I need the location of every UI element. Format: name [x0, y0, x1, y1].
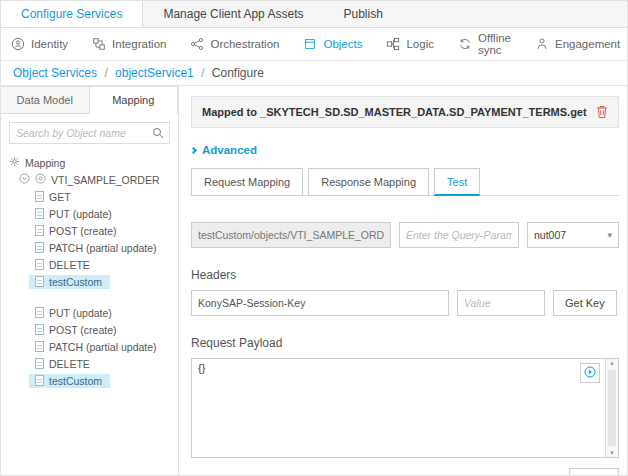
payload-text[interactable]: {}: [192, 359, 604, 457]
breadcrumb-object-service1[interactable]: objectService1: [115, 66, 194, 80]
test-url-row: nut007: [191, 222, 619, 248]
objects-square-icon: [303, 37, 317, 51]
tab-publish[interactable]: Publish: [323, 1, 402, 27]
tab-data-model[interactable]: Data Model: [1, 86, 90, 114]
search-icon: [152, 127, 164, 142]
nav-item-label: Integration: [112, 38, 166, 50]
document-icon: [35, 259, 44, 270]
tree-item-label: testCustom: [49, 375, 102, 387]
tree-spacer: [1, 290, 178, 304]
collapse-circle-icon: [19, 173, 30, 186]
tab-configure-services[interactable]: Configure Services: [1, 1, 143, 27]
tree-item-patch-partial-update[interactable]: PATCH (partial update): [1, 239, 178, 256]
tree-item-testcustom[interactable]: testCustom: [1, 372, 178, 389]
trash-icon: [596, 107, 608, 122]
tab-request-mapping[interactable]: Request Mapping: [191, 168, 303, 196]
document-icon: [35, 375, 44, 386]
nav-item-identity[interactable]: Identity: [11, 37, 68, 51]
nav-item-label: Logic: [406, 38, 434, 50]
tree-item-post-create[interactable]: POST (create): [1, 222, 178, 239]
nav-item-logic[interactable]: Logic: [386, 37, 434, 51]
scrollbar-thumb[interactable]: [608, 370, 616, 446]
tab-response-mapping[interactable]: Response Mapping: [308, 168, 429, 196]
query-params-field[interactable]: [399, 222, 519, 248]
header-key-value-row: Get Key: [191, 290, 619, 316]
nav-item-engagement[interactable]: Engagement: [535, 37, 620, 51]
tree-item-delete[interactable]: DELETE: [1, 256, 178, 273]
tree-item-label: PATCH (partial update): [49, 242, 157, 254]
document-icon: [35, 358, 44, 369]
tree-item-label: PUT (update): [49, 307, 112, 319]
get-key-button[interactable]: Get Key: [553, 290, 617, 316]
nav-item-offline-sync[interactable]: Offline sync: [458, 32, 511, 56]
tree-item-put-update[interactable]: PUT (update): [1, 205, 178, 222]
tree-root-mapping[interactable]: Mapping: [1, 154, 178, 171]
tree-group-2: PUT (update) POST (create) PATCH (partia…: [1, 304, 178, 389]
tab-test[interactable]: Test: [434, 168, 480, 196]
header-value-field[interactable]: [457, 290, 545, 316]
tree-item-label: testCustom: [49, 276, 102, 288]
object-circle-icon: [35, 173, 46, 186]
identity-user-select[interactable]: nut007: [527, 222, 619, 248]
tree-root-label: Mapping: [25, 157, 65, 169]
app-window: Configure Services Manage Client App Ass…: [0, 0, 628, 476]
sidebar: Data Model Mapping Mapping VTI_SAMPLE_OR…: [1, 86, 179, 475]
tree-item-label: DELETE: [49, 259, 90, 271]
format-json-button[interactable]: [580, 363, 600, 383]
header-key-field[interactable]: [191, 290, 449, 316]
document-icon: [35, 225, 44, 236]
document-icon: [35, 276, 44, 287]
document-icon: [35, 324, 44, 335]
nav-item-integration[interactable]: Integration: [92, 37, 166, 51]
request-payload-editor[interactable]: {}: [191, 358, 619, 458]
document-icon: [35, 341, 44, 352]
tree-item-post-create[interactable]: POST (create): [1, 321, 178, 338]
breadcrumb-current-configure: Configure: [212, 66, 264, 80]
nav-item-label: Orchestration: [210, 38, 279, 50]
main-area: Data Model Mapping Mapping VTI_SAMPLE_OR…: [1, 86, 627, 475]
tree-item-testcustom[interactable]: testCustom: [1, 273, 178, 290]
vertical-scrollbar[interactable]: [605, 359, 618, 457]
breadcrumb: Object Services / objectService1 / Confi…: [1, 61, 627, 86]
nav-item-orchestration[interactable]: Orchestration: [190, 37, 279, 51]
selected-user-value: nut007: [534, 229, 566, 241]
mapping-tree: Mapping VTI_SAMPLE_ORDER GET PUT (update…: [1, 150, 178, 393]
document-icon: [35, 307, 44, 318]
tab-manage-client-app-assets[interactable]: Manage Client App Assets: [143, 1, 323, 27]
tree-item-label: GET: [49, 191, 71, 203]
search-input[interactable]: [9, 122, 170, 144]
advanced-toggle[interactable]: Advanced: [191, 144, 619, 156]
play-circle-icon: [584, 366, 596, 381]
configure-panel: Mapped to _SKYTECH_SD.SD_MASTER_DATA.SD_…: [179, 86, 628, 475]
tree-object-label: VTI_SAMPLE_ORDER: [51, 174, 160, 186]
identity-badge-icon: [11, 37, 25, 51]
tab-mapping[interactable]: Mapping: [90, 86, 179, 114]
tree-item-label: PATCH (partial update): [49, 341, 157, 353]
tree-item-put-update[interactable]: PUT (update): [1, 304, 178, 321]
tree-item-delete[interactable]: DELETE: [1, 355, 178, 372]
breadcrumb-separator: /: [201, 66, 204, 80]
mapping-tab-bar: Request Mapping Response Mapping Test: [191, 168, 619, 196]
service-url-field: [191, 222, 391, 248]
request-payload-label: Request Payload: [191, 336, 619, 350]
tree-item-get[interactable]: GET: [1, 188, 178, 205]
service-nav-bar: Identity Integration Orchestration Objec…: [1, 28, 627, 61]
sidebar-tab-bar: Data Model Mapping: [1, 86, 178, 114]
tree-item-label: PUT (update): [49, 208, 112, 220]
nav-item-label: Objects: [323, 38, 362, 50]
offline-sync-arrows-icon: [458, 37, 472, 51]
breadcrumb-object-services[interactable]: Object Services: [13, 66, 97, 80]
document-icon: [35, 242, 44, 253]
gear-icon: [9, 156, 20, 169]
send-button[interactable]: Send: [569, 468, 619, 476]
nav-item-objects[interactable]: Objects: [303, 37, 362, 51]
document-icon: [35, 208, 44, 219]
logic-flow-icon: [386, 37, 400, 51]
tree-node-vti-sample-order[interactable]: VTI_SAMPLE_ORDER: [1, 171, 178, 188]
tree-item-label: POST (create): [49, 324, 117, 336]
delete-mapping-button[interactable]: [596, 105, 608, 119]
tree-group-1: GET PUT (update) POST (create) PATCH (pa…: [1, 188, 178, 290]
nav-item-label: Offline sync: [478, 32, 511, 56]
tree-item-patch-partial-update[interactable]: PATCH (partial update): [1, 338, 178, 355]
object-search: [9, 122, 170, 144]
